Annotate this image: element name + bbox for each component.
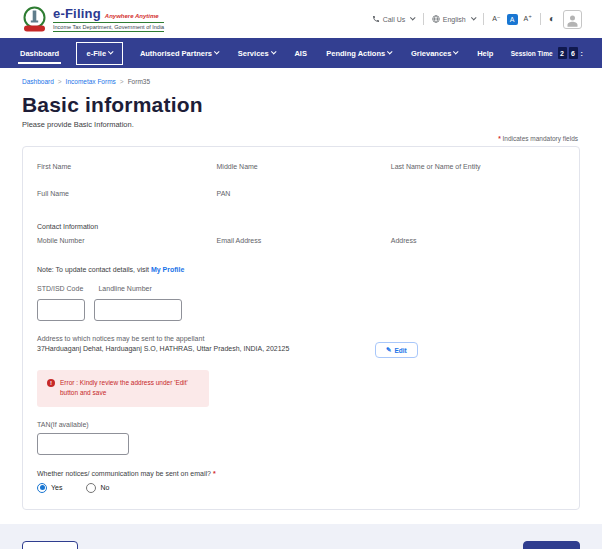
radio-selected-icon bbox=[37, 483, 47, 493]
nav-dashboard[interactable]: Dashboard bbox=[18, 46, 61, 64]
first-name-label: First Name bbox=[37, 163, 217, 170]
breadcrumb: Dashboard > Incometax Forms > Form35 bbox=[22, 78, 580, 85]
std-isd-code-input[interactable] bbox=[37, 299, 85, 321]
brand-name: e-Filing bbox=[53, 6, 101, 21]
globe-icon bbox=[432, 15, 440, 23]
nav-pending-actions[interactable]: Pending Actions bbox=[324, 46, 393, 61]
chevron-down-icon bbox=[471, 15, 476, 20]
breadcrumb-separator: > bbox=[58, 78, 62, 85]
chevron-down-icon bbox=[214, 49, 219, 54]
efiling-logo[interactable]: e-Filing Anywhere Anytime Income Tax Dep… bbox=[22, 6, 164, 33]
breadcrumb-dashboard[interactable]: Dashboard bbox=[22, 78, 54, 85]
radio-no[interactable]: No bbox=[86, 483, 109, 493]
page-title: Basic information bbox=[22, 93, 580, 117]
brand-tagline: Anywhere Anytime bbox=[105, 13, 159, 19]
divider bbox=[423, 13, 424, 25]
save-button[interactable]: Save bbox=[523, 541, 580, 549]
contact-row: Mobile Number Email Address Address bbox=[37, 237, 565, 244]
call-us-label: Call Us bbox=[383, 16, 406, 23]
nav-services[interactable]: Services bbox=[236, 46, 277, 61]
efiling-app: e-Filing Anywhere Anytime Income Tax Dep… bbox=[0, 0, 602, 549]
nav-ais[interactable]: AIS bbox=[292, 46, 309, 61]
call-us-menu[interactable]: Call Us bbox=[372, 15, 415, 23]
notice-address-row: Address to which notices may be sent to … bbox=[37, 335, 565, 358]
cancel-button[interactable]: Cancel bbox=[22, 541, 78, 549]
department-line: Income Tax Department, Government of Ind… bbox=[53, 22, 164, 32]
basic-information-card: First Name Middle Name Last Name or Name… bbox=[22, 146, 580, 510]
notice-address-value: 37Harduaganj Dehat, Harduaganj S.O, HATH… bbox=[37, 344, 322, 355]
address-label: Address bbox=[391, 237, 565, 244]
pan-label: PAN bbox=[217, 190, 391, 197]
contrast-toggle-icon[interactable]: ◐ bbox=[549, 14, 555, 24]
income-tax-emblem bbox=[22, 6, 47, 33]
chevron-down-icon bbox=[108, 49, 113, 54]
nav-e-file[interactable]: e-File bbox=[76, 42, 122, 65]
chevron-down-icon bbox=[411, 15, 416, 20]
last-name-label: Last Name or Name of Entity bbox=[391, 163, 565, 170]
middle-name-label: Middle Name bbox=[217, 163, 391, 170]
font-default-button[interactable]: A bbox=[507, 14, 518, 25]
font-increase-button[interactable]: A⁺ bbox=[524, 15, 532, 23]
language-menu[interactable]: English bbox=[432, 15, 475, 23]
session-timer: Session Time 2 6 : bbox=[511, 47, 584, 59]
main-nav: Dashboard e-File Authorised Partners Ser… bbox=[0, 38, 602, 68]
profile-avatar[interactable] bbox=[563, 10, 582, 29]
contact-information-heading: Contact Information bbox=[37, 223, 565, 230]
font-size-controls: A⁻ A A⁺ bbox=[492, 14, 532, 25]
top-controls: Call Us English A⁻ A A⁺ ◐ bbox=[372, 10, 582, 29]
full-name-label: Full Name bbox=[37, 190, 217, 197]
radio-no-label: No bbox=[100, 484, 109, 491]
tan-input[interactable] bbox=[37, 433, 129, 455]
mandatory-fields-note: * Indicates mandatory fields bbox=[0, 135, 578, 142]
radio-yes-label: Yes bbox=[51, 484, 62, 491]
language-label: English bbox=[443, 16, 466, 23]
person-icon bbox=[565, 13, 580, 28]
chevron-down-icon bbox=[387, 49, 392, 54]
timer-digit: 2 bbox=[558, 47, 567, 59]
logo-text: e-Filing Anywhere Anytime Income Tax Dep… bbox=[53, 6, 164, 32]
landline-number-label: Landline Number bbox=[98, 285, 151, 292]
pencil-icon: ✎ bbox=[386, 346, 391, 354]
phone-icon bbox=[372, 15, 380, 23]
font-decrease-button[interactable]: A⁻ bbox=[492, 15, 500, 23]
contact-update-note: Note: To update contact details, visit M… bbox=[37, 266, 565, 273]
divider bbox=[540, 13, 541, 25]
name-row: First Name Middle Name Last Name or Name… bbox=[37, 163, 565, 170]
chevron-down-icon bbox=[271, 49, 276, 54]
my-profile-link[interactable]: My Profile bbox=[151, 266, 184, 273]
divider bbox=[483, 13, 484, 25]
breadcrumb-separator: > bbox=[120, 78, 124, 85]
radio-yes[interactable]: Yes bbox=[37, 483, 62, 493]
address-error-alert: ! Error : Kindly review the address unde… bbox=[37, 370, 209, 407]
landline-number-input[interactable] bbox=[94, 299, 182, 321]
nav-help[interactable]: Help bbox=[475, 46, 495, 61]
session-time-label: Session Time bbox=[511, 50, 553, 57]
footer-action-bar: Cancel Save bbox=[0, 524, 602, 549]
edit-address-button[interactable]: ✎ Edit bbox=[375, 342, 418, 358]
email-consent-question: Whether notices/ communication may be se… bbox=[37, 470, 565, 477]
email-address-label: Email Address bbox=[217, 237, 391, 244]
phone-inputs bbox=[37, 299, 565, 321]
email-consent-radios: Yes No bbox=[37, 483, 565, 493]
chevron-down-icon bbox=[454, 49, 459, 54]
error-message: Error : Kindly review the address under … bbox=[60, 378, 199, 399]
breadcrumb-current: Form35 bbox=[128, 78, 150, 85]
notice-address-label: Address to which notices may be sent to … bbox=[37, 335, 337, 342]
timer-digit: 6 bbox=[569, 47, 578, 59]
tan-label: TAN(If available) bbox=[37, 421, 565, 428]
std-isd-code-label: STD/ISD Code bbox=[37, 285, 94, 292]
error-icon: ! bbox=[47, 379, 55, 387]
page-subtitle: Please provide Basic Information. bbox=[22, 120, 580, 129]
top-header: e-Filing Anywhere Anytime Income Tax Dep… bbox=[0, 0, 602, 38]
phone-labels: STD/ISD Code Landline Number bbox=[37, 277, 565, 295]
notice-address-block: Address to which notices may be sent to … bbox=[37, 335, 337, 355]
fullname-pan-row: Full Name PAN bbox=[37, 190, 565, 197]
nav-authorised-partners[interactable]: Authorised Partners bbox=[138, 46, 221, 61]
radio-unselected-icon bbox=[86, 483, 96, 493]
mobile-number-label: Mobile Number bbox=[37, 237, 217, 244]
timer-separator: : bbox=[581, 50, 583, 57]
breadcrumb-incometax-forms[interactable]: Incometax Forms bbox=[66, 78, 116, 85]
nav-grievances[interactable]: Grievances bbox=[409, 46, 460, 61]
